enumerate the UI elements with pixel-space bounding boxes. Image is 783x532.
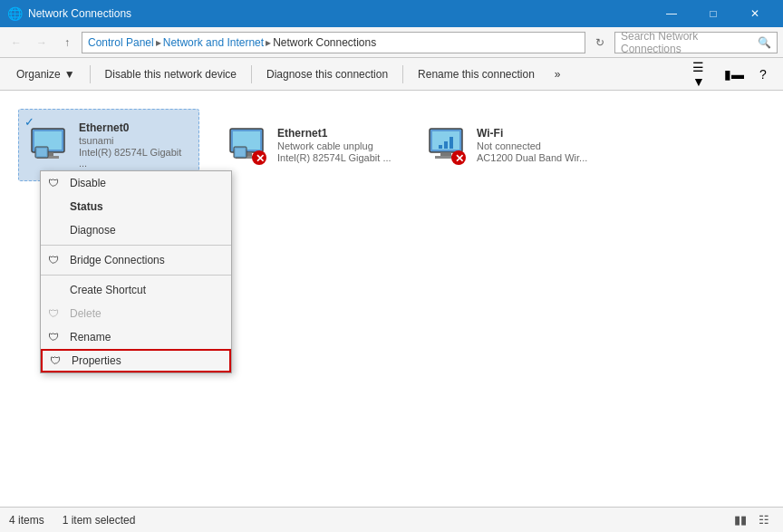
ctx-diagnose[interactable]: Diagnose <box>41 218 231 242</box>
ctx-shortcut[interactable]: Create Shortcut <box>41 278 231 302</box>
ethernet0-info: Ethernet0 tsunami Intel(R) 82574L Gigabi… <box>79 121 191 169</box>
svg-text:✕: ✕ <box>455 152 464 165</box>
window-title: Network Connections <box>28 7 131 20</box>
ethernet1-adapter: Intel(R) 82574L Gigabit ... <box>277 152 392 163</box>
ethernet0-adapter: Intel(R) 82574L Gigabit ... <box>79 147 191 169</box>
toolbar-separator-3 <box>402 65 403 83</box>
wifi-status: Not connected <box>477 140 587 151</box>
selected-count: 1 item selected <box>63 514 136 527</box>
refresh-button[interactable]: ↻ <box>589 32 611 53</box>
view-options-button[interactable]: ☰ ▼ <box>692 62 718 87</box>
ethernet0-status: tsunami <box>79 135 191 146</box>
ethernet1-icon: ✕ <box>225 123 268 167</box>
back-button[interactable]: ← <box>5 32 27 53</box>
ctx-separator-2 <box>41 275 231 276</box>
ethernet1-name: Ethernet1 <box>277 127 392 140</box>
details-button[interactable]: ☷ <box>754 510 774 530</box>
large-icons-button[interactable]: ▮▮ <box>730 510 750 530</box>
ethernet1-info: Ethernet1 Network cable unplug Intel(R) … <box>277 127 392 163</box>
shield-icon-bridge: 🛡 <box>48 254 59 266</box>
organize-button[interactable]: Organize ▼ <box>7 62 84 87</box>
ethernet1-status: Network cable unplug <box>277 140 392 151</box>
wifi-name: Wi-Fi <box>477 127 587 140</box>
organize-dropdown-icon: ▼ <box>64 68 75 81</box>
svg-text:✕: ✕ <box>256 152 265 165</box>
shield-icon-rename: 🛡 <box>48 331 59 343</box>
network-item-ethernet1[interactable]: ✕ Ethernet1 Network cable unplug Intel(R… <box>218 109 399 181</box>
ctx-bridge[interactable]: 🛡 Bridge Connections <box>41 248 231 272</box>
toolbar-separator-2 <box>251 65 252 83</box>
window-icon: 🌐 <box>7 6 23 21</box>
title-bar: 🌐 Network Connections — □ ✕ <box>0 0 783 27</box>
more-button[interactable]: » <box>546 62 570 87</box>
address-path[interactable]: Control Panel ▸ Network and Internet ▸ N… <box>82 32 585 53</box>
forward-button[interactable]: → <box>31 32 53 53</box>
toolbar-right: ☰ ▼ ▮▬ ? <box>692 62 776 87</box>
title-bar-controls: — □ ✕ <box>651 0 776 27</box>
svg-rect-11 <box>236 149 245 156</box>
ethernet0-name: Ethernet0 <box>79 121 191 134</box>
svg-rect-16 <box>439 145 442 149</box>
status-bar: 4 items 1 item selected ▮▮ ☷ <box>0 507 783 532</box>
ctx-status[interactable]: Status <box>41 195 231 218</box>
toolbar: Organize ▼ Disable this network device D… <box>0 58 783 91</box>
help-button[interactable]: ? <box>750 62 776 87</box>
path-control-panel[interactable]: Control Panel <box>88 36 154 49</box>
shield-icon-properties: 🛡 <box>50 354 61 367</box>
up-button[interactable]: ↑ <box>56 32 78 53</box>
diagnose-button[interactable]: Diagnose this connection <box>257 62 397 87</box>
ethernet0-icon <box>26 123 70 167</box>
disable-button[interactable]: Disable this network device <box>96 62 246 87</box>
ctx-disable[interactable]: 🛡 Disable <box>41 171 231 195</box>
status-view-controls: ▮▮ ☷ <box>730 510 774 530</box>
svg-rect-18 <box>450 137 453 149</box>
preview-pane-button[interactable]: ▮▬ <box>721 62 747 87</box>
path-sep-1: ▸ <box>156 36 161 49</box>
ctx-separator-1 <box>41 245 231 246</box>
path-sep-2: ▸ <box>266 36 271 49</box>
shield-icon-disable: 🛡 <box>48 177 59 189</box>
ctx-properties[interactable]: 🛡 Properties <box>41 349 231 372</box>
ctx-delete[interactable]: 🛡 Delete <box>41 302 231 325</box>
items-count: 4 items <box>9 514 44 527</box>
path-current: Network Connections <box>273 36 376 49</box>
network-item-wifi[interactable]: ✕ Wi-Fi Not connected AC1200 Dual Band W… <box>417 109 598 181</box>
toolbar-separator-1 <box>90 65 91 83</box>
minimize-button[interactable]: — <box>651 0 692 27</box>
ctx-rename[interactable]: 🛡 Rename <box>41 325 231 349</box>
path-network-internet[interactable]: Network and Internet <box>163 36 264 49</box>
wifi-icon: ✕ <box>424 123 468 167</box>
maximize-button[interactable]: □ <box>692 0 734 27</box>
rename-button[interactable]: Rename this connection <box>409 62 544 87</box>
svg-rect-19 <box>440 152 451 156</box>
wifi-info: Wi-Fi Not connected AC1200 Dual Band Wir… <box>477 127 587 163</box>
search-icon: 🔍 <box>758 36 771 49</box>
close-button[interactable]: ✕ <box>734 0 776 27</box>
shield-icon-delete: 🛡 <box>48 307 59 320</box>
address-bar: ← → ↑ Control Panel ▸ Network and Intern… <box>0 27 783 58</box>
wifi-adapter: AC1200 Dual Band Wir... <box>477 152 587 163</box>
svg-rect-17 <box>444 141 448 149</box>
search-placeholder: Search Network Connections <box>621 30 754 55</box>
context-menu: 🛡 Disable Status Diagnose 🛡 Bridge Conne… <box>40 170 232 373</box>
svg-rect-5 <box>37 149 46 156</box>
search-box[interactable]: Search Network Connections 🔍 <box>614 32 778 53</box>
main-content: ✓ Ethernet0 tsunami Intel(R) 82574L Gi <box>0 91 783 507</box>
title-bar-left: 🌐 Network Connections <box>7 6 131 21</box>
